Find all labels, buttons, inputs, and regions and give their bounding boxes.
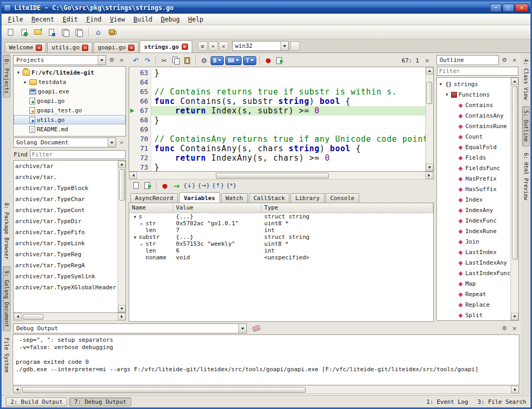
expander-icon[interactable]: ▹	[139, 242, 144, 247]
sidebar-item-8-package-browser[interactable]: 8: Package Browser	[3, 198, 11, 264]
table-row[interactable]: len6int	[129, 247, 433, 254]
menu-item-build[interactable]: Build	[129, 15, 157, 24]
code-line[interactable]: 72 return IndexAny(s, chars) >= 0	[129, 153, 425, 163]
output-selector[interactable]: Debug Output	[13, 323, 247, 333]
outline-item[interactable]: ◆Replace	[437, 299, 510, 310]
outline-item[interactable]: ◆IndexFunc	[437, 215, 510, 226]
gear-icon[interactable]: ⚙	[500, 324, 509, 333]
line-number[interactable]: 70	[129, 134, 151, 144]
debug-tab-asyncrecord[interactable]: AsyncRecord	[130, 193, 178, 203]
code-line[interactable]: 65// Contains returns true if substr is …	[129, 87, 425, 97]
tree-row[interactable]: goapi.go	[14, 96, 126, 106]
build-run-button[interactable]: BR	[225, 56, 242, 65]
tab-close-icon[interactable]: ×	[82, 45, 88, 51]
outline-vscrollbar[interactable]	[510, 78, 518, 320]
sidebar-item-6-html-preview[interactable]: 6: Html Preview	[522, 149, 530, 204]
line-number[interactable]: 63	[129, 68, 151, 78]
table-row[interactable]: ▾substr{...}struct string	[129, 234, 433, 240]
cut-icon[interactable]: ✂	[159, 56, 169, 66]
save-all-button[interactable]	[59, 27, 71, 38]
outline-item[interactable]: ◆Repeat	[437, 289, 510, 299]
tree-row[interactable]: ▾F:/vfc/liteide-git	[14, 68, 126, 77]
line-number[interactable]: 72	[129, 153, 151, 163]
table-row[interactable]: ▾s{...}struct string	[129, 213, 433, 220]
close-button[interactable]: ×	[515, 4, 528, 12]
code-line[interactable]: 73}	[129, 163, 425, 171]
editor-list-button[interactable]: ≡	[198, 41, 207, 51]
scrollbar-thumb[interactable]	[22, 387, 306, 393]
close-panel-icon[interactable]: ×	[510, 56, 519, 65]
expander-icon[interactable]: ▾	[132, 235, 138, 240]
outline-item[interactable]: ◆Map	[437, 278, 510, 289]
sidebar-item-9-golang-document[interactable]: 9: Golang Document	[3, 266, 11, 331]
outline-item[interactable]: ◆Index	[437, 194, 510, 205]
tab-welcome[interactable]: Welcome×	[5, 42, 46, 53]
scroll-down-icon[interactable]	[426, 164, 433, 171]
scroll-down-icon[interactable]	[511, 313, 518, 320]
close-editor-icon[interactable]: ×	[423, 56, 432, 65]
titlebar[interactable]: LiteIDE - C:\Go\src\pkg\strings\strings.…	[2, 2, 530, 14]
expander-icon[interactable]: ▾	[438, 81, 443, 87]
tab-goapi-go[interactable]: goapi.go×	[93, 42, 139, 53]
list-item[interactable]: archive/tar.TypeFifo	[14, 227, 118, 238]
outline-item[interactable]: ▾{}strings	[437, 79, 510, 89]
tab-utils-go[interactable]: utils.go×	[47, 42, 92, 53]
line-number[interactable]: 66	[129, 97, 151, 106]
save-button[interactable]	[46, 27, 57, 38]
stop-debug-icon[interactable]: ●	[160, 181, 170, 191]
code-line[interactable]: 63}	[129, 68, 425, 78]
debug-tab-variables[interactable]: Variables	[179, 192, 220, 203]
outline-item[interactable]: ◆ContainsAny	[437, 110, 510, 121]
outline-item[interactable]: ◆LastIndexAny	[437, 257, 510, 268]
code-line[interactable]: 66func Contains(s, substr string) bool {	[129, 97, 425, 106]
menu-item-edit[interactable]: Edit	[58, 15, 82, 24]
line-number[interactable]: 65	[129, 87, 151, 97]
new-file-button[interactable]	[5, 27, 16, 38]
scroll-up-icon[interactable]	[426, 67, 433, 75]
outline-item[interactable]: ◆HasSuffix	[437, 184, 510, 194]
outline-item[interactable]: ◆Count	[437, 131, 510, 142]
outline-item[interactable]: ◆HasPrefix	[437, 173, 510, 184]
test-button[interactable]: T	[243, 56, 256, 65]
debug-tab-callstack[interactable]: CallStack	[249, 193, 290, 203]
outline-item[interactable]: ▾Functions	[437, 89, 510, 100]
expander-icon[interactable]: ▾	[444, 92, 450, 97]
menu-item-debug[interactable]: Debug	[157, 15, 184, 24]
scrollbar-thumb[interactable]	[119, 169, 125, 201]
run-to-cursor-icon[interactable]: {*}	[226, 181, 237, 191]
scroll-right-icon[interactable]	[425, 172, 433, 179]
continue-icon[interactable]: →	[172, 181, 181, 191]
home-button[interactable]: ⌂	[92, 27, 104, 38]
line-number[interactable]: 64	[129, 78, 151, 87]
step-over-icon[interactable]: {→}	[197, 181, 210, 191]
column-header[interactable]: Name	[129, 203, 173, 213]
gear-icon[interactable]: ⚙	[500, 56, 509, 65]
doc-vscrollbar[interactable]	[118, 161, 126, 312]
expander-icon[interactable]: ▾	[16, 70, 21, 75]
status-2-build-output[interactable]: 2: Build Output	[6, 397, 67, 406]
tab-close-icon[interactable]: ×	[182, 44, 188, 50]
gear-icon[interactable]: ⚙	[199, 56, 209, 66]
debug-tab-console[interactable]: Console	[326, 193, 359, 203]
outline-item[interactable]: ◆IndexRune	[437, 226, 510, 236]
paste-icon[interactable]	[182, 56, 192, 66]
list-item[interactable]: archive/tar.TypeRegA	[14, 260, 118, 271]
sidebar-item-5-outline[interactable]: 5: Outline	[522, 106, 530, 146]
status-7-debug-output[interactable]: 7: Debug Output	[69, 397, 131, 406]
debug-tab-watch[interactable]: Watch	[221, 193, 248, 203]
debug-file-icon[interactable]	[131, 181, 141, 191]
doc-selector[interactable]: Golang Document	[13, 138, 116, 148]
outline-item[interactable]: ◆Join	[437, 236, 510, 247]
menu-item-file[interactable]: File	[4, 15, 27, 24]
expander-icon[interactable]: ▾	[132, 214, 138, 219]
editor-hscrollbar[interactable]	[129, 172, 434, 180]
list-item[interactable]: archive/tar.TypeXGlobalHeader	[14, 282, 118, 293]
close-tab-button[interactable]: ×	[219, 41, 228, 51]
column-header[interactable]: Type	[262, 203, 433, 213]
sidebar-item-file-system[interactable]: File System	[3, 333, 11, 376]
list-item[interactable]: archive/tar.TypeReg	[14, 249, 118, 260]
list-item[interactable]: archive/tar.TypeChar	[14, 194, 118, 205]
build-config-button[interactable]	[106, 27, 118, 38]
expander-icon[interactable]: ▹	[139, 221, 144, 226]
list-item[interactable]: archive/tar.	[14, 172, 118, 183]
